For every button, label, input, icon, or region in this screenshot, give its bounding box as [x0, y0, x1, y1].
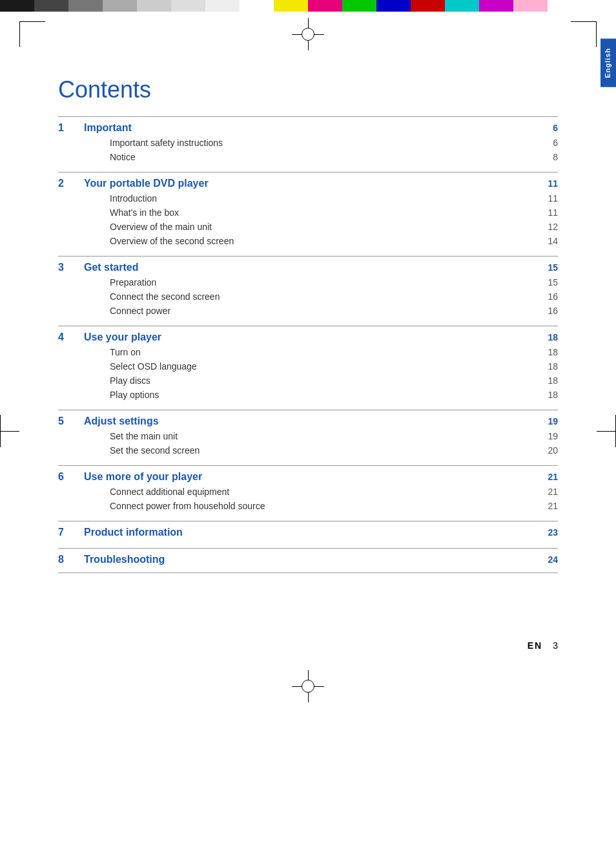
toc-section-page: 21 [532, 472, 558, 482]
toc-item-label: Preparation [84, 277, 532, 288]
color-segment [445, 0, 479, 12]
toc-section: 4Use your player18Turn on18Select OSD la… [58, 326, 558, 407]
toc-section-title: Use more of your player [84, 471, 532, 483]
color-segment [205, 0, 240, 12]
reg-mark-top-right [571, 21, 597, 47]
toc-section-num: 8 [58, 554, 84, 565]
toc-section-title-row: 5Adjust settings19 [58, 410, 558, 429]
toc-item-label: Play options [84, 390, 532, 400]
toc-item-label: Important safety instructions [84, 138, 532, 148]
toc-item-label: Select OSD language [84, 361, 532, 372]
page-footer: EN 3 [58, 640, 558, 651]
toc-item-label: Connect additional equipment [84, 487, 532, 497]
toc-section-title: Adjust settings [84, 415, 532, 427]
toc-section-num: 7 [58, 527, 84, 538]
color-bar [0, 0, 616, 12]
toc-section-page: 19 [532, 416, 558, 426]
color-segment [342, 0, 376, 12]
page-title: Contents [58, 76, 558, 103]
toc-item-page: 15 [532, 277, 558, 288]
toc-item-row: Set the main unit19 [58, 429, 558, 443]
toc-item-label: What's in the box [84, 207, 532, 218]
toc-section-title-row: 8Troubleshooting24 [58, 549, 558, 567]
bottom-marks [0, 670, 616, 715]
toc-section-title: Use your player [84, 331, 532, 343]
toc-section-title-row: 4Use your player18 [58, 326, 558, 345]
bottom-area: EN 3 [0, 640, 616, 651]
toc-section: 5Adjust settings19Set the main unit19Set… [58, 410, 558, 463]
toc-item-page: 6 [532, 138, 558, 148]
toc-item-page: 14 [532, 236, 558, 246]
toc-section-page: 24 [532, 554, 558, 565]
toc-item-row: Introduction11 [58, 191, 558, 205]
color-segment [34, 0, 68, 12]
toc-section-title-row: 1Important6 [58, 117, 558, 136]
toc-section-num: 5 [58, 415, 84, 427]
toc-section: 7Product information23 [58, 521, 558, 545]
main-content: Contents 1Important6Important safety ins… [0, 57, 616, 602]
toc-item-row: Turn on18 [58, 345, 558, 359]
toc-item-page: 11 [532, 207, 558, 218]
toc-section-num: 3 [58, 262, 84, 273]
reg-mark-top-left [19, 21, 45, 47]
color-segment [103, 0, 137, 12]
toc-section-title-row: 7Product information23 [58, 521, 558, 540]
toc-item-row: Play options18 [58, 388, 558, 402]
toc-section-title-row: 2Your portable DVD player11 [58, 173, 558, 191]
color-segment [240, 0, 274, 12]
toc-section: 3Get started15Preparation15Connect the s… [58, 256, 558, 323]
toc-item-label: Overview of the main unit [84, 222, 532, 232]
toc-item-row: Important safety instructions6 [58, 136, 558, 150]
toc-item-row: Notice8 [58, 150, 558, 164]
toc-item-page: 18 [532, 347, 558, 357]
color-segment [582, 0, 616, 12]
footer-lang: EN [528, 640, 542, 651]
toc-item-label: Connect the second screen [84, 291, 532, 302]
crosshair-bottom-circle [302, 680, 314, 693]
color-segment [376, 0, 411, 12]
toc-section: 2Your portable DVD player11Introduction1… [58, 172, 558, 253]
color-segment [0, 0, 34, 12]
color-segment [548, 0, 582, 12]
toc-item-label: Overview of the second screen [84, 236, 532, 246]
color-segment [137, 0, 171, 12]
color-segment [171, 0, 205, 12]
toc-section-num: 4 [58, 331, 84, 343]
toc-section: 1Important6Important safety instructions… [58, 116, 558, 169]
toc-item-page: 16 [532, 306, 558, 316]
color-segment [513, 0, 548, 12]
toc-section-title: Important [84, 122, 532, 134]
toc-item-row: Overview of the second screen14 [58, 234, 558, 248]
toc-item-row: Overview of the main unit12 [58, 220, 558, 234]
toc-item-row: Preparation15 [58, 275, 558, 289]
toc-section-page: 6 [532, 123, 558, 133]
toc-item-label: Set the main unit [84, 431, 532, 441]
color-segment [308, 0, 342, 12]
toc-section-page: 11 [532, 178, 558, 189]
toc-item-label: Set the second screen [84, 445, 532, 456]
toc-section-title: Product information [84, 527, 532, 538]
toc-item-label: Play discs [84, 375, 532, 386]
color-segment [411, 0, 445, 12]
crosshair-top [292, 18, 324, 50]
toc-section-page: 18 [532, 332, 558, 342]
color-segment [479, 0, 513, 12]
toc-item-page: 8 [532, 152, 558, 162]
toc-section-title-row: 6Use more of your player21 [58, 466, 558, 485]
toc-item-label: Connect power [84, 306, 532, 316]
toc-item-page: 18 [532, 375, 558, 386]
toc-item-page: 18 [532, 390, 558, 400]
toc-item-row: What's in the box11 [58, 205, 558, 220]
toc-item-row: Connect additional equipment21 [58, 485, 558, 499]
crosshair-bottom [292, 670, 324, 702]
footer-page-num: 3 [553, 640, 558, 651]
toc-section: 6Use more of your player21Connect additi… [58, 465, 558, 518]
toc-item-label: Connect power from household source [84, 501, 532, 511]
toc-item-page: 21 [532, 487, 558, 497]
toc-section-num: 1 [58, 122, 84, 134]
toc-item-page: 20 [532, 445, 558, 456]
toc-section-page: 23 [532, 527, 558, 538]
toc-section-page: 15 [532, 262, 558, 273]
toc-item-page: 12 [532, 222, 558, 232]
crosshair-circle [302, 28, 314, 41]
